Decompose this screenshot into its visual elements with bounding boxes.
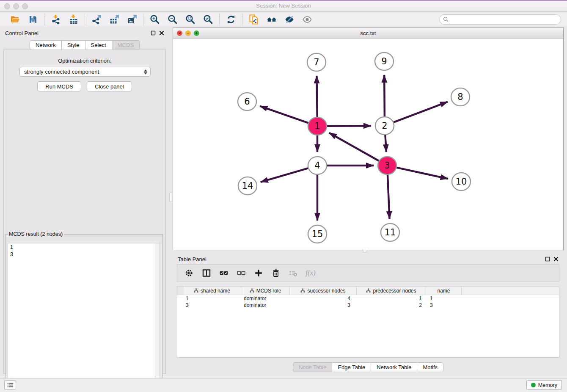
close-panel-icon[interactable] xyxy=(159,30,164,36)
control-panel: Control Panel Network Style Select MCDS … xyxy=(0,27,169,378)
graph-node-10[interactable]: 10 xyxy=(452,173,471,190)
open-session-button[interactable] xyxy=(8,14,22,25)
export-network-button[interactable] xyxy=(89,14,104,25)
svg-text:4: 4 xyxy=(314,160,320,171)
tab-edge-table[interactable]: Edge Table xyxy=(332,362,371,372)
mcds-result-group: MCDS result (2 nodes) 1 3 xyxy=(6,231,163,390)
network-canvas[interactable]: 7968124314101511 xyxy=(173,39,563,250)
graph-edge-4-14[interactable] xyxy=(261,168,308,182)
list-icon xyxy=(7,381,14,389)
zoom-in-button[interactable] xyxy=(148,14,162,25)
graph-node-8[interactable]: 8 xyxy=(451,88,470,106)
table-cell[interactable]: dominator xyxy=(241,295,289,301)
table-cell[interactable]: dominator xyxy=(241,302,289,308)
task-history-button[interactable] xyxy=(4,380,16,390)
graph-node-15[interactable]: 15 xyxy=(308,225,327,243)
zoom-out-button[interactable] xyxy=(165,14,180,25)
table-cell[interactable]: 1 xyxy=(183,295,241,301)
column-header-shared-name[interactable]: shared name xyxy=(183,287,241,295)
splitter-grip[interactable] xyxy=(169,193,172,202)
add-column-button[interactable] xyxy=(253,268,264,278)
table-row[interactable]: 1dominator411 xyxy=(177,295,559,302)
tab-select[interactable]: Select xyxy=(85,40,112,50)
graph-node-7[interactable]: 7 xyxy=(307,53,326,71)
graph-node-1[interactable]: 1 xyxy=(308,117,327,135)
graph-edge-1-7[interactable] xyxy=(317,76,317,117)
show-hidden-button[interactable] xyxy=(300,14,314,25)
search-input[interactable] xyxy=(451,16,557,23)
graph-edge-1-2[interactable] xyxy=(327,126,371,126)
table-cell[interactable]: 4 xyxy=(289,295,356,301)
network-from-selection-button[interactable] xyxy=(247,14,261,25)
graph-node-6[interactable]: 6 xyxy=(238,93,256,110)
graph-edge-2-9[interactable] xyxy=(384,75,385,116)
table-cell[interactable]: 3 xyxy=(426,302,461,308)
graph-node-4[interactable]: 4 xyxy=(308,157,327,174)
home-networks-button[interactable] xyxy=(264,14,279,25)
graph-edge-3-11[interactable] xyxy=(388,175,390,219)
search-field[interactable] xyxy=(439,14,561,25)
tab-mcds[interactable]: MCDS xyxy=(112,40,140,50)
float-panel-icon[interactable] xyxy=(151,30,156,36)
save-session-button[interactable] xyxy=(26,14,40,25)
tab-motifs[interactable]: Motifs xyxy=(417,362,443,372)
run-mcds-button[interactable]: Run MCDS xyxy=(37,81,81,91)
column-header-mcds-role[interactable]: MCDS role xyxy=(241,287,290,295)
show-columns-button[interactable] xyxy=(201,268,212,278)
graph-edge-2-8[interactable] xyxy=(394,102,448,122)
network-graph[interactable]: 7968124314101511 xyxy=(173,39,563,250)
column-header-name[interactable]: name xyxy=(426,287,462,295)
table-cell[interactable]: 3 xyxy=(183,302,241,308)
column-header-predecessor-nodes[interactable]: predecessor nodes xyxy=(357,287,426,295)
graph-node-9[interactable]: 9 xyxy=(375,52,394,70)
plus-icon xyxy=(254,269,263,277)
table-cell[interactable]: 1 xyxy=(356,295,426,301)
houses-icon xyxy=(267,14,277,25)
tab-network[interactable]: Network xyxy=(30,40,62,50)
deselect-all-button[interactable] xyxy=(236,268,246,278)
mcds-result-text: 1 3 xyxy=(8,243,154,392)
export-table-icon xyxy=(109,14,119,25)
column-header-successor-nodes[interactable]: successor nodes xyxy=(290,287,357,295)
tab-style[interactable]: Style xyxy=(62,40,85,50)
import-network-button[interactable] xyxy=(49,14,63,25)
graph-edge-3-10[interactable] xyxy=(396,168,448,179)
graph-node-11[interactable]: 11 xyxy=(381,224,399,241)
zoom-selected-button[interactable] xyxy=(201,14,215,25)
horizontal-splitter-grip[interactable] xyxy=(363,250,367,253)
table-cell[interactable]: 1 xyxy=(426,295,461,301)
export-table-button[interactable] xyxy=(107,14,121,25)
mcds-result-scrollbar[interactable] xyxy=(155,243,160,392)
network-window-titlebar[interactable]: scc.txt xyxy=(173,28,563,39)
graph-node-2[interactable]: 2 xyxy=(375,117,394,135)
main-toolbar xyxy=(0,12,567,27)
zoom-fit-icon xyxy=(185,14,195,25)
graph-edge-3-1[interactable] xyxy=(329,133,379,161)
table-settings-button[interactable] xyxy=(184,268,194,278)
tab-network-table[interactable]: Network Table xyxy=(371,362,417,372)
memory-button[interactable]: Memory xyxy=(526,380,562,390)
zoom-fit-button[interactable] xyxy=(183,14,198,25)
zoom-selected-icon xyxy=(203,14,213,25)
float-table-panel-icon[interactable] xyxy=(545,257,550,262)
import-table-button[interactable] xyxy=(66,14,81,25)
table-row[interactable]: 3dominator323 xyxy=(177,302,559,309)
hide-selected-button[interactable] xyxy=(282,14,297,25)
graph-node-3[interactable]: 3 xyxy=(378,157,396,174)
refresh-button[interactable] xyxy=(224,14,238,25)
vertical-splitter[interactable] xyxy=(169,27,173,378)
close-panel-button[interactable]: Close panel xyxy=(87,81,132,91)
export-image-button[interactable] xyxy=(125,14,139,25)
hierarchy-icon xyxy=(194,288,198,293)
table-cell[interactable]: 3 xyxy=(289,302,356,308)
table-cell[interactable]: 2 xyxy=(356,302,426,308)
select-all-button[interactable] xyxy=(219,268,229,278)
gear-icon xyxy=(185,269,193,277)
tab-node-table[interactable]: Node Table xyxy=(293,362,333,372)
delete-column-button[interactable] xyxy=(271,268,281,278)
close-table-panel-icon[interactable] xyxy=(553,257,559,262)
graph-edge-1-6[interactable] xyxy=(260,106,308,123)
graph-edge-2-3[interactable] xyxy=(385,135,386,152)
criterion-dropdown[interactable]: strongly connected component xyxy=(19,67,151,77)
graph-node-14[interactable]: 14 xyxy=(238,177,257,195)
